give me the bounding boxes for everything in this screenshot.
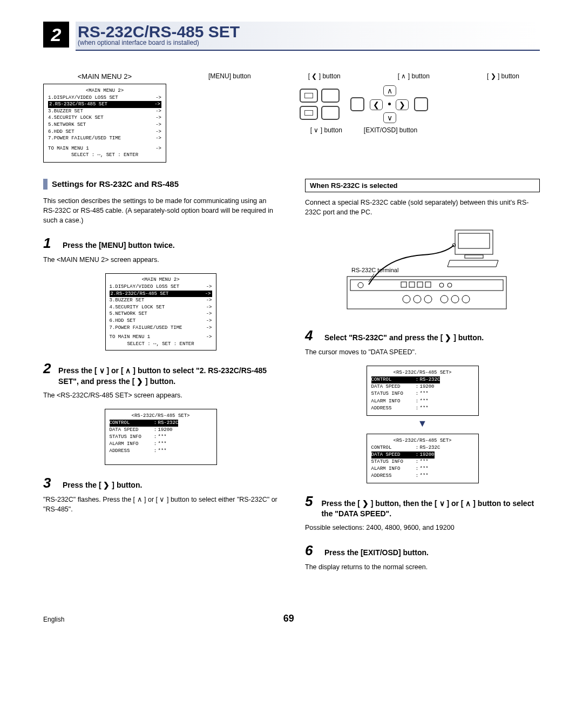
rs-set-screenshot-a: <RS-232C/RS-485 SET> CONTROL:RS-232C DAT…	[367, 366, 479, 415]
right-button-icon: ❯	[396, 99, 409, 110]
label-left-button: [ ❮ ] button	[308, 72, 341, 80]
menu-item: 6.HDD SET->	[48, 129, 161, 136]
svg-rect-8	[409, 282, 415, 287]
section-subtitle: (when optional interface board is instal…	[78, 39, 540, 46]
right-column: When RS-232C is selected Connect a speci…	[305, 179, 540, 581]
menu-item: 4.SECURITY LOCK SET->	[48, 114, 161, 122]
svg-rect-0	[455, 230, 493, 254]
step-number: 4	[305, 327, 318, 344]
step6-body: The display returns to the normal screen…	[305, 562, 540, 572]
section-title: RS-232C/RS-485 SET	[78, 24, 540, 40]
menu-item: 5.NETWORK SET->	[48, 122, 161, 129]
settings-heading: Settings for RS-232C and RS-485	[43, 179, 278, 190]
svg-rect-9	[417, 282, 423, 287]
step-number: 5	[305, 493, 315, 510]
svg-rect-7	[401, 282, 406, 287]
language-label: English	[43, 616, 64, 623]
up-button-icon: ∧	[383, 85, 396, 96]
svg-rect-10	[425, 282, 431, 287]
menu-box-title: <MAIN MENU 2>	[48, 87, 161, 95]
menu-footer: SELECT : ↔, SET : ENTER	[48, 152, 161, 159]
button-icon	[350, 97, 364, 111]
under-labels: [ ∨ ] button [EXIT/OSD] button	[188, 126, 540, 134]
section-number-box: 2	[43, 22, 69, 48]
step-number: 3	[43, 475, 56, 491]
down-button-icon: ∨	[383, 112, 396, 123]
svg-point-14	[403, 295, 410, 303]
svg-point-17	[440, 295, 448, 303]
svg-point-11	[439, 283, 444, 287]
svg-rect-2	[465, 255, 483, 258]
step3-body: "RS-232C" flashes. Press the [ ∧ ] or [ …	[43, 495, 278, 514]
step4-heading: Select "RS-232C" and press the [ ❯ ] but…	[324, 333, 484, 343]
intro-text: This section describes the settings to b…	[43, 196, 278, 225]
step1-heading: Press the [MENU] button twice.	[63, 240, 175, 251]
page-footer: English 69	[43, 613, 540, 624]
step5-heading: Press the [ ❯ ] button, then the [ ∨ ] o…	[321, 498, 540, 520]
rs-set-screenshot-b: <RS-232C/RS-485 SET> CONTROL:RS-232C DAT…	[367, 434, 479, 483]
step1-body: The <MAIN MENU 2> screen appears.	[43, 255, 278, 265]
step-number: 6	[305, 542, 318, 559]
exit-osd-button-icon	[414, 97, 428, 111]
when-selected-box: When RS-232C is selected	[305, 179, 540, 192]
svg-rect-5	[350, 280, 503, 291]
label-menu-button: [MENU] button	[208, 72, 251, 80]
menu-item-selected: 2.RS-232C/RS-485 SET->	[48, 101, 161, 108]
label-right-button: [ ❯ ] button	[487, 72, 519, 80]
connect-text: Connect a special RS-232C cable (sold se…	[305, 198, 540, 217]
step2-body: The <RS-232C/RS-485 SET> screen appears.	[43, 390, 278, 400]
svg-point-15	[413, 295, 421, 303]
arrow-down-icon: ▼	[305, 418, 540, 429]
svg-point-16	[424, 295, 432, 303]
button-icon	[300, 106, 318, 120]
terminal-label: RS-232C terminal	[351, 267, 398, 273]
svg-point-12	[448, 283, 452, 287]
dpad-center-icon	[388, 103, 391, 105]
rs-set-screenshot: <RS-232C/RS-485 SET> CONTROL:RS-232C DAT…	[105, 409, 217, 465]
label-up-button: [ ∧ ] button	[398, 72, 430, 80]
connection-illustration: RS-232C terminal	[305, 226, 540, 318]
svg-point-19	[462, 295, 470, 303]
left-button-icon: ❮	[370, 99, 383, 110]
step-number: 1	[43, 235, 56, 252]
left-column: Settings for RS-232C and RS-485 This sec…	[43, 179, 278, 581]
svg-point-18	[451, 295, 459, 303]
step3-heading: Press the [ ❯ ] button.	[63, 480, 142, 491]
dpad: ∧ ∨ ❮ ❯	[368, 85, 411, 123]
menu-button-icon	[300, 89, 318, 103]
settings-heading-text: Settings for RS-232C and RS-485	[52, 179, 179, 188]
button-labels-row: [MENU] button [ ❮ ] button [ ∧ ] button …	[188, 72, 540, 80]
menu-back: TO MAIN MENU 1->	[48, 145, 161, 152]
title-block: RS-232C/RS-485 SET (when optional interf…	[76, 22, 540, 51]
remote-diagram: [MENU] button [ ❮ ] button [ ∧ ] button …	[188, 72, 540, 163]
top-diagram-row: <MAIN MENU 2> <MAIN MENU 2> 1.DISPLAY/VI…	[43, 72, 540, 163]
menu-title: <MAIN MENU 2>	[43, 72, 166, 80]
svg-point-6	[358, 282, 363, 288]
button-icon	[321, 89, 340, 103]
step2-heading: Press the [ ∨ ] or [ ∧ ] button to selec…	[58, 366, 278, 387]
svg-rect-1	[458, 233, 490, 248]
section-header: 2 RS-232C/RS-485 SET (when optional inte…	[43, 22, 540, 51]
step-number: 2	[43, 360, 52, 377]
menu-item: 1.DISPLAY/VIDEO LOSS SET->	[48, 95, 161, 102]
connection-diagram-icon: RS-232C terminal	[336, 228, 509, 314]
menu-item: 7.POWER FAILURE/USED TIME->	[48, 135, 161, 142]
button-icon	[321, 106, 340, 120]
menu-item: 3.BUZZER SET->	[48, 108, 161, 115]
step5-body: Possible selections: 2400, 4800, 9600, a…	[305, 523, 540, 532]
step6-heading: Press the [EXIT/OSD] button.	[324, 548, 429, 558]
menu-screenshot: <MAIN MENU 2> 1.DISPLAY/VIDEO LOSS SET->…	[105, 273, 216, 350]
main-menu-box: <MAIN MENU 2> 1.DISPLAY/VIDEO LOSS SET->…	[43, 84, 166, 163]
label-down-button: [ ∨ ] button	[310, 126, 342, 134]
main-menu-preview: <MAIN MENU 2> <MAIN MENU 2> 1.DISPLAY/VI…	[43, 72, 166, 163]
step4-body: The cursor moves to "DATA SPEED".	[305, 347, 540, 357]
page-number: 69	[64, 613, 513, 624]
label-exit-osd-button: [EXIT/OSD] button	[364, 126, 417, 134]
